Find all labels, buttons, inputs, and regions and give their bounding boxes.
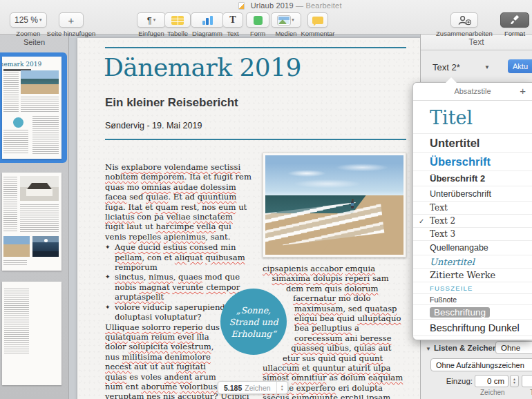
body-column-right[interactable]: cipsapienis accabor emquia simaxima dolu… [263,153,406,399]
style-label: Unterüberschrift [430,189,491,199]
collaborate-button[interactable] [450,12,478,28]
word-count-value: 5.185 [224,384,242,392]
style-label: Zitierte Werke [430,270,495,280]
thumb-text-lines [21,97,59,113]
divider-rule-bottom [105,139,406,140]
indent-value-field[interactable]: 0 cm [475,375,509,387]
style-label: Quellenangabe [430,243,488,253]
format-button[interactable] [500,12,529,28]
document-dateline[interactable]: Søndervig - 19. Mai 2019 [105,121,202,130]
pages-app-window: Urlaub 2019 — Bearbeitet 125 %▾ Zoomen +… [0,0,532,399]
popover-arrow [446,77,457,83]
style-row-beschriftung[interactable]: Beschriftung [413,305,532,320]
photo-icon [278,16,290,25]
disclosure-triangle-icon[interactable]: ▼ [426,346,431,352]
style-label: Titel [430,107,473,128]
table-button[interactable] [164,12,191,28]
style-row-untertitel-kursiv[interactable]: Untertitel [413,255,532,269]
word-count-unit: Zeichen [245,384,270,392]
style-row-beschriftung-dunkel[interactable]: Beschriftung Dunkel [413,320,532,336]
word-count-stepper[interactable]: ▲ ▼ [276,382,287,393]
chart-control: Diagramm [191,12,224,37]
thumb-dune-photo [3,236,30,257]
document-title[interactable]: Dänemark 2019 [104,53,301,81]
paragraph-styles-popover: Absatzstile + TitelUntertitelÜberschrift… [412,82,532,340]
divider-rule-top [105,47,406,48]
style-label: FUSSZEILE [430,284,473,292]
popover-header: Absatzstile + [413,83,532,101]
insert-button[interactable]: ¶▾ [137,12,166,28]
style-label: Überschrift [430,155,491,168]
page-thumbnail-3[interactable] [2,282,61,385]
style-row-text2[interactable]: ✓Text 2 [413,215,532,228]
style-row-text3[interactable]: Text 3 [413,228,532,241]
style-row-unterueberschrift[interactable]: Unterüberschrift [413,186,532,202]
style-row-fussnote[interactable]: Fußnote [413,294,532,305]
thumb-text-lines [4,289,29,355]
thumb-pull-quote [13,117,23,128]
style-row-titel[interactable]: Titel [413,101,532,134]
word-count-widget[interactable]: 5.185 Zeichen ▲ ▼ [218,381,288,394]
add-style-button[interactable]: + [520,85,526,97]
style-row-zitierte-werke[interactable]: Zitierte Werke [413,269,532,282]
style-label: Beschriftung Dunkel [430,322,520,333]
indent-stepper[interactable]: ▲ ▼ [510,375,519,387]
window-title-text: Urlaub 2019 [251,1,294,10]
tabs-value-field[interactable] [522,375,532,387]
style-row-ueberschrift[interactable]: Überschrift [413,153,532,171]
bullet-icon: ✦ [105,302,111,312]
shape-icon [254,16,263,25]
style-dropdown-arrow[interactable]: ▼ [484,64,490,70]
list-style-dropdown[interactable]: Ohne [495,341,532,354]
text-icon: T [229,14,236,26]
style-label: Untertitel [430,137,479,150]
indent-label: Einzug: [446,377,473,385]
format-control: Format [499,12,531,37]
bullet-style-dropdown[interactable]: Ohne Aufzählungszeichen [430,358,532,371]
add-page-button[interactable]: + [59,12,84,28]
style-row-quellenangabe[interactable]: Quellenangabe [413,241,532,255]
body-column-left[interactable]: Nis explabore volendame sectissi nobitem… [105,162,251,399]
comment-button[interactable] [307,12,328,28]
photo-footprints [366,220,387,251]
table-icon [171,16,184,25]
update-style-button[interactable]: Aktu [508,59,532,73]
style-label: Beschriftung [430,307,490,318]
thumb-house-photo [20,176,59,201]
style-row-text[interactable]: Text [413,202,532,215]
page-thumbnail-1[interactable]: Dänemark 2019 [2,57,61,159]
beach-photo[interactable] [263,153,406,257]
collaborate-control: Zusammenarbeiten [423,12,506,37]
style-label: Text 2 [430,216,455,226]
bar-chart-icon [201,16,213,25]
chevron-down-icon: ▾ [292,17,294,23]
toolbar: Urlaub 2019 — Bearbeitet 125 %▾ Zoomen +… [0,0,532,35]
thumb-text-lines [20,204,59,232]
shape-button[interactable] [246,12,269,28]
lists-section-label: Listen & Zeichen [434,344,497,352]
window-title: Urlaub 2019 — Bearbeitet [0,1,532,10]
shape-control: Form [246,12,269,37]
pull-quote-circle[interactable]: „Sonne, Strand und Erholung“ [220,289,287,355]
photo-person [351,201,354,208]
photo-clouds [265,162,403,191]
add-page-control: + Seite hinzufügen [33,12,109,37]
style-row-ueberschrift2[interactable]: Überschrift 2 [413,171,532,186]
thumb-sunset-photo [32,236,59,257]
current-style-name: Text 2* [433,62,460,72]
chart-button[interactable] [191,12,224,28]
page-thumbnail-2[interactable] [2,173,61,271]
document-page[interactable]: Dänemark 2019 Ein kleiner Reisebericht S… [77,38,450,399]
comment-icon [312,17,323,24]
collaborate-person-icon [457,15,472,26]
styles-list: TitelUntertitelÜberschriftÜberschrift 2U… [413,101,532,340]
style-row-fusszeile[interactable]: FUSSZEILE [413,282,532,294]
document-subtitle[interactable]: Ein kleiner Reisebericht [105,96,238,110]
style-row-untertitel[interactable]: Untertitel [413,134,532,153]
pages-sidebar: Seiten Dänemark 2019 [0,35,69,399]
thumb-text-lines [3,130,28,155]
thumb-text-lines [3,72,19,113]
style-label: Text 3 [430,229,455,239]
thumb-text-lines [3,260,27,266]
text-box-button[interactable]: T [222,12,243,28]
